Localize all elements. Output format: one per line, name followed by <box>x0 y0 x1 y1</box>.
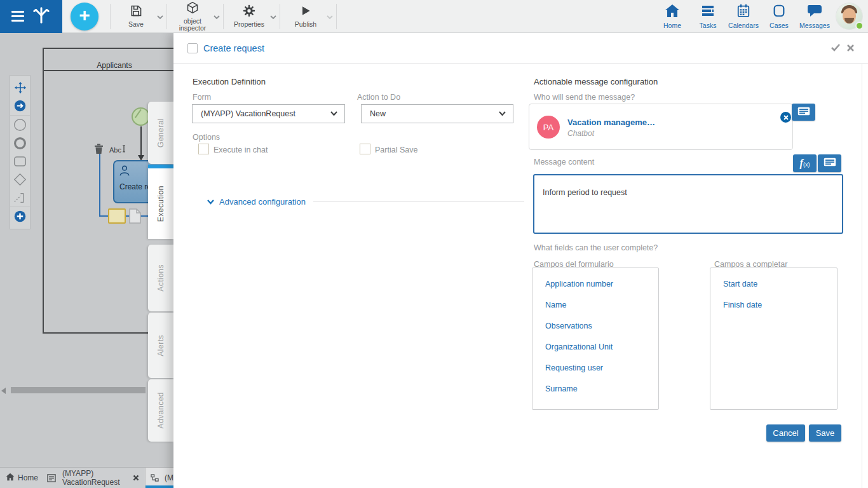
options-label: Options <box>193 133 220 142</box>
panel-header: Create request <box>173 33 868 64</box>
scroll-left-arrow[interactable] <box>1 388 6 394</box>
confirm-icon[interactable] <box>831 43 841 55</box>
action-to-do-select[interactable]: New <box>361 104 513 123</box>
application-window: + Save <box>0 0 868 488</box>
selection-frame-left <box>99 150 100 216</box>
gear-icon <box>243 4 255 21</box>
home-icon <box>665 4 680 22</box>
field-option[interactable]: Organizational Unit <box>545 342 658 357</box>
sender-card: PA Vacation manageme… Chatbot <box>529 104 793 150</box>
chat-bubble-icon <box>807 4 822 22</box>
nav-cases[interactable]: Cases <box>761 4 797 29</box>
fields-to-complete-listbox: Start date Finish date <box>710 268 837 410</box>
main-menu-button[interactable] <box>0 0 62 33</box>
insert-field-button[interactable] <box>818 154 841 172</box>
select-sender-button[interactable] <box>792 104 815 121</box>
tab-execution[interactable]: Execution <box>148 165 173 239</box>
save-button[interactable]: Save <box>809 424 841 442</box>
publish-button[interactable]: Publish <box>280 0 336 33</box>
publish-dropdown-chevron-icon <box>326 11 334 22</box>
form-node-shape[interactable] <box>108 208 126 224</box>
task-properties-tab-strip: General Execution Actions Alerts Advance… <box>148 0 173 488</box>
form-fields-listbox: Application number Name Observations Org… <box>532 268 659 410</box>
execute-in-chat-checkbox[interactable] <box>198 144 209 154</box>
form-label: Form <box>193 93 211 102</box>
calendar-icon <box>736 4 751 22</box>
tab-advanced[interactable]: Advanced <box>148 379 173 442</box>
formula-button[interactable]: f(x) <box>793 154 817 172</box>
object-inspector-button[interactable]: objectinspector <box>167 0 223 33</box>
sequence-flow-line <box>140 126 142 155</box>
top-toolbar: + Save <box>0 0 868 33</box>
save-dropdown-chevron-icon[interactable] <box>156 11 164 22</box>
close-tab-icon[interactable] <box>133 475 142 481</box>
user-task-icon <box>118 164 131 179</box>
task-tool-button[interactable] <box>10 152 30 171</box>
pan-tool-button[interactable] <box>10 79 30 97</box>
bottom-tab-home[interactable]: Home <box>0 468 44 488</box>
sender-name-link[interactable]: Vacation manageme… <box>567 118 655 127</box>
cube-icon <box>186 1 199 18</box>
execute-in-chat-label: Execute in chat <box>214 146 268 154</box>
field-option[interactable]: Requesting user <box>545 363 658 378</box>
cancel-button[interactable]: Cancel <box>766 424 805 442</box>
cases-icon <box>771 4 787 22</box>
tab-actions[interactable]: Actions <box>148 245 173 311</box>
hamburger-icon <box>11 11 24 22</box>
add-button[interactable]: + <box>71 3 98 30</box>
chevron-down-icon <box>498 109 506 118</box>
rename-task-control[interactable]: Abc <box>109 145 126 154</box>
delete-task-icon[interactable] <box>93 143 104 157</box>
tab-alerts[interactable]: Alerts <box>148 313 173 378</box>
start-event-tool-button[interactable] <box>10 116 30 134</box>
connector-tool-button[interactable] <box>10 97 30 116</box>
nav-home[interactable]: Home <box>654 4 690 29</box>
sender-type: Chatbot <box>567 129 594 138</box>
list-card-icon <box>797 107 810 118</box>
field-option[interactable]: Name <box>545 301 658 315</box>
gateway-tool-button[interactable] <box>10 170 30 189</box>
start-event-shape[interactable] <box>132 107 150 126</box>
properties-dropdown-chevron-icon[interactable] <box>269 11 277 22</box>
message-content-input[interactable]: Inform period to request <box>533 174 843 234</box>
document-node-icon[interactable] <box>128 208 142 226</box>
advanced-configuration-toggle[interactable]: Advanced configuration <box>207 196 524 207</box>
field-option[interactable]: Finish date <box>723 301 837 315</box>
sender-question-label: Who will send the message? <box>534 93 635 102</box>
status-online-indicator <box>855 22 864 30</box>
end-event-tool-button[interactable] <box>10 134 30 152</box>
title-checkbox[interactable] <box>187 43 198 53</box>
field-option[interactable]: Start date <box>723 280 837 294</box>
panel-title: Create request <box>203 43 264 53</box>
execution-definition-title: Execution Definition <box>193 77 266 86</box>
remove-sender-icon[interactable] <box>780 112 791 123</box>
tab-general[interactable]: General <box>148 102 173 164</box>
save-icon <box>130 4 142 21</box>
action-to-do-label: Action to Do <box>357 93 400 102</box>
bottom-tab-process[interactable]: (MYAPP) VacationRequest <box>44 468 145 488</box>
nav-tasks[interactable]: Tasks <box>690 4 726 29</box>
user-avatar[interactable] <box>836 3 862 29</box>
chevron-down-icon <box>207 196 215 207</box>
form-select[interactable]: (MYAPP) VacationRequest <box>192 104 345 123</box>
partial-save-checkbox[interactable] <box>360 144 370 154</box>
field-option[interactable]: Surname <box>545 384 658 399</box>
object-inspector-dropdown-chevron-icon[interactable] <box>213 11 220 22</box>
form-list-icon <box>47 474 59 482</box>
nav-calendars[interactable]: Calendars <box>726 4 761 29</box>
shape-palette <box>10 75 31 229</box>
play-icon <box>299 4 312 21</box>
horizontal-scrollbar-thumb[interactable] <box>11 387 146 393</box>
nav-messages[interactable]: Messages <box>797 4 832 29</box>
add-shape-button[interactable] <box>10 207 30 226</box>
designer-toolbar: Save objectinspector <box>110 0 337 33</box>
create-request-panel: Create request Execution Definition Form… <box>173 33 868 488</box>
link-tool-button[interactable] <box>10 189 30 207</box>
save-button[interactable]: Save <box>111 0 166 33</box>
field-option[interactable]: Application number <box>545 280 658 294</box>
close-icon[interactable] <box>846 43 855 55</box>
tasks-icon <box>700 4 715 22</box>
panel-scrollbar-track[interactable] <box>862 64 862 488</box>
field-option[interactable]: Observations <box>545 322 658 336</box>
properties-button[interactable]: Properties <box>224 0 280 33</box>
